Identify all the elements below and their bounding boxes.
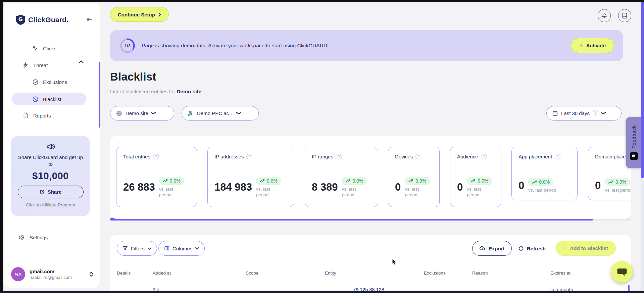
table-header-row: Details Added at Scope Entity Exclusions… (110, 268, 631, 279)
help-icon[interactable]: ? (336, 154, 342, 159)
delta-value: 0.0% (539, 179, 550, 185)
chevron-right-icon (158, 12, 161, 17)
stat-card-ip-ranges: IP ranges? 8 389 0.0% vs. last period (305, 147, 378, 207)
share-button[interactable]: Share (18, 186, 84, 198)
account-switcher[interactable]: NA gmail.com naatali.ro@gmail.com (11, 267, 93, 281)
feedback-logo-icon (630, 152, 638, 160)
column-header-exclusions[interactable]: Exclusions (424, 271, 446, 276)
page-subtitle: List of blacklisted entities for Demo si… (110, 89, 201, 95)
stat-card-domain-placement: Domain placement? 0 0.0% vs. last period (588, 147, 631, 200)
sidebar-item-blacklist[interactable]: Blacklist (32, 94, 61, 104)
sidebar-item-exclusions[interactable]: Exclusions (32, 77, 67, 87)
account-email: naatali.ro@gmail.com (30, 275, 89, 280)
trend-up-icon (532, 180, 537, 184)
delta-value: 0.0% (267, 178, 278, 184)
book-icon (622, 12, 628, 19)
continue-setup-label: Continue Setup (118, 12, 155, 17)
column-header-added-at[interactable]: Added at (153, 271, 171, 276)
activate-button[interactable]: + Activate (571, 38, 614, 53)
ppc-account-selector[interactable]: Demo PPC ac… (182, 106, 259, 120)
feedback-tab[interactable]: Feedback (626, 117, 641, 168)
export-label: Export (489, 246, 505, 251)
screen-edge-bottom (0, 291, 644, 293)
columns-button[interactable]: Columns (158, 241, 205, 256)
sidebar-scrollbar[interactable] (99, 62, 100, 128)
stat-note: vs. last period (342, 186, 363, 198)
stat-card-total-entries: Total entries? 26 883 0.0% vs. last peri… (116, 147, 197, 207)
banner-message: Page is showing demo data. Activate your… (142, 30, 329, 61)
chevron-down-icon (150, 112, 155, 114)
demo-data-banner: 1/3 Page is showing demo data. Activate … (110, 30, 623, 61)
date-range-value: Last 30 days (561, 110, 590, 116)
site-selector-value: Demo site (126, 110, 148, 116)
sidebar-item-label: Exclusions (43, 79, 67, 85)
help-icon[interactable]: ? (415, 154, 421, 159)
plus-icon: + (579, 42, 583, 49)
delta-badge: 0.0% (342, 177, 367, 185)
help-icon[interactable]: ? (153, 154, 159, 159)
filters-label: Filters (131, 246, 145, 251)
lightning-icon (22, 62, 29, 68)
stat-note: vs. last period (159, 186, 180, 198)
notifications-button[interactable] (598, 9, 611, 22)
page-scrollbar-thumb[interactable] (641, 0, 644, 178)
stat-label: IP ranges (312, 154, 333, 159)
trend-up-icon (163, 179, 168, 183)
sidebar-item-settings[interactable]: Settings (18, 234, 48, 241)
column-header-entity[interactable]: Entity (325, 271, 336, 276)
external-link-icon (40, 189, 45, 194)
affiliate-promo-card[interactable]: Share ClickGuard and get up to $10,000 S… (11, 136, 90, 216)
sidebar-item-label: Threat (33, 62, 48, 68)
stats-panel: Total entries? 26 883 0.0% vs. last peri… (110, 136, 631, 219)
sidebar-item-threat[interactable]: Threat (22, 60, 48, 70)
bell-icon (601, 13, 607, 19)
avatar: NA (11, 267, 25, 281)
stat-value: 0 (595, 180, 601, 192)
site-selector[interactable]: Demo site (110, 106, 174, 120)
chat-launcher-button[interactable] (611, 261, 633, 283)
cloud-download-icon (479, 246, 485, 251)
refresh-button[interactable]: Refresh (518, 241, 546, 256)
chat-bubble-icon (617, 267, 627, 277)
column-header-reason[interactable]: Reason (472, 271, 488, 276)
delta-badge: 0.0% (405, 177, 430, 185)
filters-button[interactable]: Filters (117, 241, 157, 256)
delta-value: 0.0% (415, 178, 426, 184)
stat-note: vs. last period (256, 186, 277, 198)
column-header-details[interactable]: Details (117, 271, 131, 276)
promo-note: Click to Affiliate Program (11, 202, 90, 207)
delta-badge: 0.0% (256, 177, 281, 185)
delta-badge: 0.0% (159, 177, 184, 185)
trend-up-icon (260, 179, 265, 183)
stat-label: Devices (395, 154, 413, 159)
add-to-blacklist-label: Add to Blacklist (570, 245, 608, 251)
column-header-scope[interactable]: Scope (246, 271, 258, 276)
screen-edge-left (0, 0, 3, 293)
stat-label: Total entries (123, 154, 150, 159)
add-to-blacklist-button[interactable]: + Add to Blacklist (555, 241, 616, 256)
sidebar-item-reports[interactable]: Reports (22, 110, 51, 120)
trend-up-icon (470, 179, 476, 183)
export-button[interactable]: Export (472, 241, 512, 256)
plus-icon: + (563, 245, 567, 252)
chevron-down-icon (601, 112, 606, 114)
table-divider (110, 282, 631, 282)
stat-label: Domain placement (595, 154, 631, 159)
continue-setup-button[interactable]: Continue Setup (110, 7, 169, 22)
sidebar-item-label: Clicks (43, 46, 56, 51)
docs-button[interactable] (618, 9, 631, 22)
help-icon[interactable]: ? (555, 154, 560, 159)
megaphone-icon (46, 142, 55, 151)
date-range-selector[interactable]: Last 30 days ? (546, 106, 622, 120)
chevron-up-icon[interactable] (79, 60, 84, 63)
stat-value: 0 (395, 181, 401, 193)
sidebar-collapse-icon[interactable]: ⇤ (87, 15, 92, 23)
logo[interactable]: ClickGuard. (16, 15, 68, 25)
cursor-click-icon (32, 45, 39, 52)
chevron-updown-icon[interactable] (89, 272, 93, 277)
chevron-down-icon (236, 112, 241, 114)
help-icon[interactable]: ? (246, 154, 252, 159)
sidebar-item-clicks[interactable]: Clicks (32, 43, 56, 53)
help-icon[interactable]: ? (481, 154, 487, 159)
column-header-expires-at[interactable]: Expires at (550, 271, 571, 276)
